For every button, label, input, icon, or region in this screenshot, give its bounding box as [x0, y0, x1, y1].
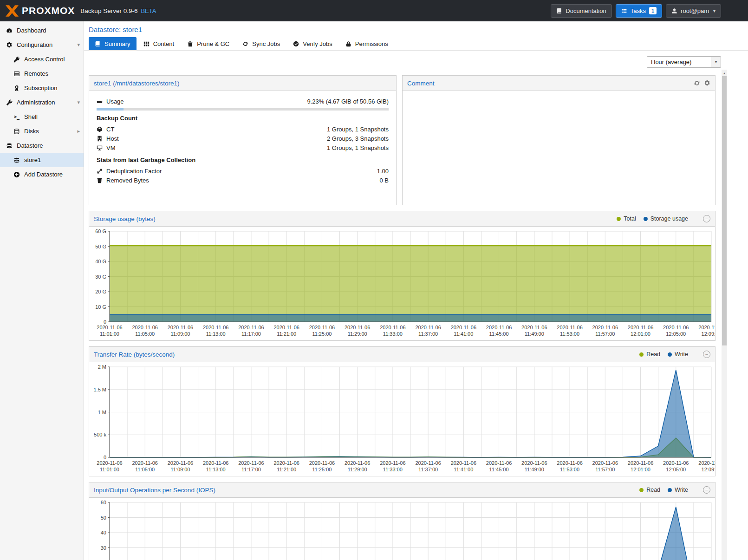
gc-row-value: 1.00	[377, 168, 389, 175]
svg-text:2020-11-06: 2020-11-06	[415, 460, 441, 466]
svg-text:50 G: 50 G	[95, 244, 106, 249]
sidebar-item-shell[interactable]: >_ Shell	[0, 110, 84, 124]
chevron-down-icon[interactable]: ▾	[77, 42, 80, 48]
tasks-button[interactable]: Tasks 1	[616, 4, 662, 18]
gear-icon[interactable]	[704, 80, 710, 86]
chart-title: Storage usage (bytes)	[94, 215, 156, 222]
legend-item-total[interactable]: Total	[617, 215, 636, 222]
collapse-icon[interactable]: −	[703, 486, 710, 494]
comment-panel-title: Comment	[407, 80, 435, 87]
svg-text:60: 60	[101, 500, 106, 505]
svg-text:12:01:00: 12:01:00	[631, 331, 650, 337]
tasks-count-badge: 1	[649, 7, 657, 14]
svg-text:11:33:00: 11:33:00	[383, 331, 403, 337]
chevron-down-icon[interactable]: ▾	[77, 99, 80, 105]
svg-text:11:13:00: 11:13:00	[206, 331, 226, 337]
legend-item-read[interactable]: Read	[639, 351, 660, 358]
beta-link[interactable]: BETA	[141, 7, 156, 14]
user-icon	[671, 8, 677, 14]
tab-permissions[interactable]: Permissions	[339, 37, 394, 50]
sidebar-item-disks[interactable]: Disks ▸	[0, 124, 84, 138]
documentation-button[interactable]: Documentation	[551, 4, 611, 18]
gears-icon	[6, 42, 13, 48]
chart-title: Input/Output Operations per Second (IOPS…	[94, 487, 215, 494]
backup-row-value: 1 Groups, 1 Snapshots	[327, 144, 389, 151]
gc-row-dedup: Deduplication Factor 1.00	[97, 166, 389, 176]
tab-verify-jobs[interactable]: Verify Jobs	[287, 37, 338, 50]
svg-text:2020-11-06: 2020-11-06	[168, 325, 193, 330]
collapse-icon[interactable]: −	[703, 351, 710, 358]
backup-row-label: CT	[106, 126, 114, 133]
sidebar-item-dashboard[interactable]: Dashboard	[0, 23, 84, 38]
sidebar-item-add-datastore[interactable]: Add Datastore	[0, 167, 84, 182]
timeframe-select[interactable]: Hour (average) ▼	[647, 56, 721, 68]
cube-icon	[97, 126, 103, 132]
select-trigger-icon[interactable]: ▼	[711, 57, 721, 67]
scrollbar-thumb[interactable]	[722, 76, 727, 345]
tab-label: Summary	[104, 40, 130, 47]
svg-text:2020-11-06: 2020-11-06	[415, 325, 441, 330]
svg-text:11:01:00: 11:01:00	[100, 467, 119, 472]
legend-item-write[interactable]: Write	[668, 351, 688, 358]
svg-text:10 G: 10 G	[95, 304, 106, 310]
sidebar-item-subscription[interactable]: Subscription	[0, 81, 84, 95]
vertical-scrollbar[interactable]: ▲	[722, 70, 727, 560]
tab-label: Prune & GC	[197, 40, 229, 47]
page-title: Datastore: store1	[84, 21, 748, 33]
tab-sync-jobs[interactable]: Sync Jobs	[236, 37, 286, 50]
user-menu-button[interactable]: root@pam ▾	[666, 4, 721, 18]
svg-text:50: 50	[101, 515, 106, 521]
svg-text:40: 40	[101, 530, 106, 535]
svg-text:2020-11-06: 2020-11-06	[238, 325, 264, 330]
svg-text:2020-11-06: 2020-11-06	[309, 325, 335, 330]
svg-text:11:57:00: 11:57:00	[595, 331, 615, 337]
sidebar-item-access-control[interactable]: Access Control	[0, 52, 84, 66]
svg-text:2020-11-06: 2020-11-06	[663, 325, 689, 330]
collapse-icon[interactable]: −	[703, 215, 710, 222]
tab-summary[interactable]: Summary	[89, 37, 137, 50]
wrench-icon	[6, 99, 13, 106]
gc-stats-heading: Stats from last Garbage Collection	[97, 156, 389, 163]
legend-item-read[interactable]: Read	[639, 487, 660, 493]
sidebar-item-label: Access Control	[24, 56, 65, 63]
grid-icon	[143, 41, 150, 47]
svg-text:11:21:00: 11:21:00	[277, 331, 296, 337]
svg-text:40 G: 40 G	[95, 259, 106, 264]
sidebar-item-administration[interactable]: Administration ▾	[0, 95, 84, 110]
tab-content[interactable]: Content	[137, 37, 181, 50]
transfer-rate-chart: 0500 k1 M1.5 M2 M2020-11-0611:01:002020-…	[89, 362, 715, 476]
legend-item-write[interactable]: Write	[668, 487, 688, 493]
svg-text:11:13:00: 11:13:00	[206, 467, 226, 472]
backup-row-vm: VM 1 Groups, 1 Snapshots	[97, 143, 389, 152]
svg-text:11:05:00: 11:05:00	[135, 331, 155, 337]
sidebar-item-store1[interactable]: store1	[0, 153, 84, 167]
svg-text:2020-11-06: 2020-11-06	[521, 460, 547, 466]
usage-progress-fill	[97, 108, 124, 111]
sidebar-item-remotes[interactable]: Remotes	[0, 66, 84, 81]
svg-text:2 M: 2 M	[98, 364, 106, 370]
svg-text:11:37:00: 11:37:00	[418, 467, 438, 472]
tab-prune-gc[interactable]: Prune & GC	[181, 37, 235, 50]
svg-text:11:41:00: 11:41:00	[454, 467, 473, 472]
sidebar-item-configuration[interactable]: Configuration ▾	[0, 38, 84, 52]
legend-item-storage-usage[interactable]: Storage usage	[644, 215, 688, 222]
chevron-right-icon[interactable]: ▸	[77, 128, 80, 134]
sidebar-item-datastore[interactable]: Datastore	[0, 138, 84, 153]
svg-text:2020-11-06: 2020-11-06	[309, 460, 335, 466]
lock-icon	[345, 41, 351, 47]
svg-text:2020-11-06: 2020-11-06	[97, 460, 122, 466]
legend-dot	[644, 217, 648, 221]
svg-text:11:25:00: 11:25:00	[312, 331, 332, 337]
backup-row-label: Host	[106, 135, 119, 142]
sidebar-item-label: Shell	[24, 113, 38, 120]
legend-label: Write	[675, 487, 688, 493]
proxmox-x-icon	[6, 5, 19, 17]
backup-row-value: 1 Groups, 1 Snapshots	[327, 126, 389, 133]
refresh-icon[interactable]	[694, 80, 700, 86]
svg-text:11:45:00: 11:45:00	[489, 467, 509, 472]
usage-row: Usage 9.23% (4.67 GiB of 50.56 GiB)	[97, 97, 389, 106]
sidebar-item-label: Add Datastore	[24, 171, 63, 178]
plus-circle-icon	[13, 171, 20, 178]
svg-text:11:29:00: 11:29:00	[348, 467, 367, 472]
scroll-up-arrow-icon[interactable]: ▲	[722, 70, 727, 76]
